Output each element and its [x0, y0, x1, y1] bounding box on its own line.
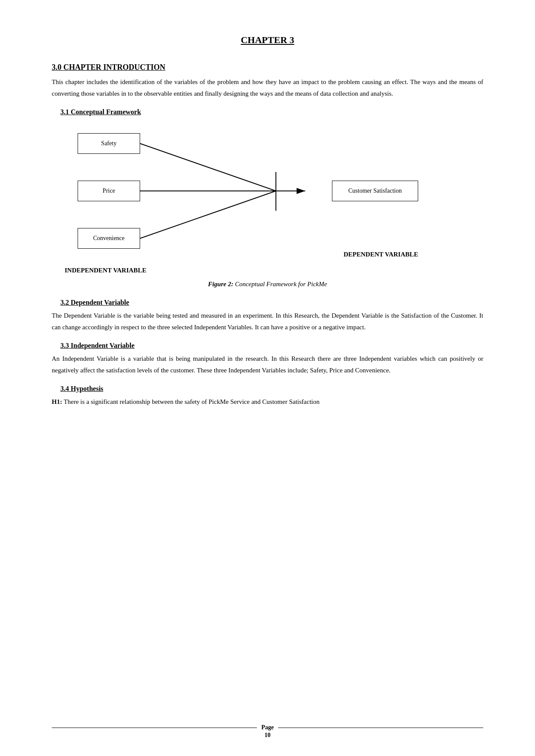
section-intro-body: This chapter includes the identification… — [52, 76, 483, 100]
page: CHAPTER 3 3.0 CHAPTER INTRODUCTION This … — [0, 0, 535, 756]
section-dependent-body: The Dependent Variable is the variable b… — [52, 310, 483, 333]
h1-text: There is a significant relationship betw… — [62, 398, 319, 405]
iv-box-convenience: Convenience — [78, 228, 140, 249]
section-independent-heading: 3.3 Independent Variable — [60, 342, 483, 350]
conceptual-framework-diagram: Safety Price Convenience Customer Satisf… — [65, 125, 431, 262]
footer-line-container: Page — [0, 724, 535, 731]
section-intro-heading: 3.0 CHAPTER INTRODUCTION — [52, 63, 483, 72]
footer-line-right — [278, 728, 483, 728]
iv-box-safety: Safety — [78, 133, 140, 154]
section-framework-heading: 3.1 Conceptual Framework — [60, 108, 483, 116]
footer-page-number: 10 — [265, 732, 271, 739]
footer-page-label: Page — [261, 724, 274, 731]
h1-bold-label: H1: — [52, 398, 62, 405]
section-hypothesis-body: H1: There is a significant relationship … — [52, 396, 483, 408]
dv-box: Customer Satisfaction — [332, 181, 418, 201]
footer-line-left — [52, 728, 257, 728]
dv-label: DEPENDENT VARIABLE — [344, 251, 418, 258]
section-independent-body: An Independent Variable is a variable th… — [52, 353, 483, 376]
footer: Page 10 — [0, 724, 535, 739]
svg-line-0 — [140, 144, 276, 191]
svg-line-3 — [140, 191, 276, 238]
chapter-title: CHAPTER 3 — [52, 34, 483, 46]
section-hypothesis-heading: 3.4 Hypothesis — [60, 385, 483, 393]
figure-caption: Figure 2: Conceptual Framework for PickM… — [52, 281, 483, 288]
iv-label: INDEPENDENT VARIABLE — [65, 267, 483, 274]
section-dependent-heading: 3.2 Dependent Variable — [60, 299, 483, 306]
figure-label: Figure 2: — [208, 281, 233, 287]
figure-caption-text2: Conceptual Framework for PickMe — [235, 281, 327, 287]
iv-box-price: Price — [78, 181, 140, 201]
